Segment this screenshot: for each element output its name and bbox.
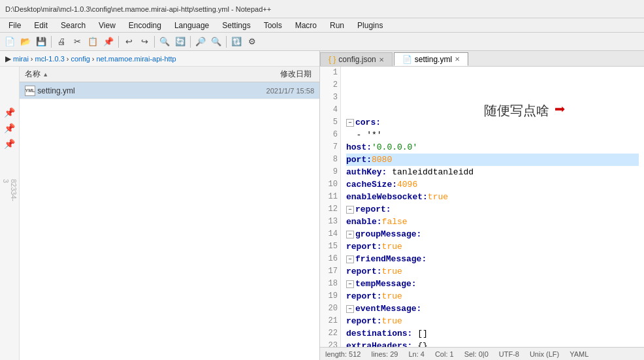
pin-1[interactable]: 📌 bbox=[3, 106, 16, 119]
code-line-11[interactable]: report: true bbox=[346, 240, 639, 253]
menu-item-run[interactable]: Run bbox=[324, 19, 350, 32]
menu-item-settings[interactable]: Settings bbox=[216, 19, 256, 32]
print-btn[interactable]: 🖨 bbox=[54, 35, 69, 49]
find-btn[interactable]: 🔍 bbox=[157, 35, 172, 49]
code-line-8[interactable]: −report: bbox=[346, 203, 639, 216]
editor-panel: { } config.json ✕ 📄 setting.yml ✕ 123456… bbox=[320, 51, 644, 360]
breadcrumb-api[interactable]: net.mamoe.mirai-api-http bbox=[96, 55, 176, 63]
breadcrumb-sep-1: › bbox=[31, 55, 33, 63]
code-line-9[interactable]: enable: false bbox=[346, 216, 639, 228]
menu-item-tools[interactable]: Tools bbox=[258, 19, 288, 32]
status-type: YAML bbox=[570, 350, 588, 358]
code-line-5[interactable]: authKey: tanleiddtanleidd bbox=[346, 166, 639, 178]
sort-arrow: ▲ bbox=[42, 71, 48, 78]
menu-item-encoding[interactable]: Encoding bbox=[123, 19, 167, 32]
col-name-header[interactable]: 名称 ▲ bbox=[22, 69, 232, 80]
toolbar-sep-1 bbox=[51, 36, 52, 48]
sync-btn[interactable]: 🔃 bbox=[229, 35, 244, 49]
collapse-btn[interactable]: − bbox=[346, 305, 354, 313]
line-num-11: 11 bbox=[323, 191, 338, 203]
line-num-18: 18 bbox=[323, 278, 338, 290]
collapse-btn[interactable]: − bbox=[346, 206, 354, 214]
toolbar-sep-4 bbox=[190, 36, 191, 48]
code-line-1[interactable]: −cors: bbox=[346, 116, 639, 129]
line-num-8: 8 bbox=[323, 154, 338, 166]
paste-btn[interactable]: 📌 bbox=[101, 35, 116, 49]
redo-btn[interactable]: ↪ bbox=[137, 35, 152, 49]
code-line-13[interactable]: report: true bbox=[346, 265, 639, 278]
save-btn[interactable]: 💾 bbox=[34, 35, 48, 49]
code-content[interactable]: 随便写点啥 ⬅ −cors: - '*' host: '0.0.0.0' por… bbox=[341, 67, 644, 347]
breadcrumb-config[interactable]: config bbox=[71, 55, 89, 63]
menu-item-plugins[interactable]: Plugins bbox=[351, 19, 389, 32]
menu-item-file[interactable]: File bbox=[3, 19, 27, 32]
copy-btn[interactable]: 📋 bbox=[86, 35, 100, 49]
status-bar: length: 512 lines: 29 Ln: 4 Col: 1 Sel: … bbox=[320, 347, 644, 360]
annotation: 随便写点啥 ⬅ bbox=[484, 105, 566, 117]
breadcrumb-sep-2: › bbox=[67, 55, 69, 63]
status-length: length: 512 bbox=[325, 350, 361, 358]
line-num-6: 6 bbox=[323, 129, 338, 141]
tab-setting-yml[interactable]: 📄 setting.yml ✕ bbox=[394, 52, 468, 66]
line-numbers: 1234567891011121314151617181920212223242… bbox=[320, 67, 341, 347]
menu-item-view[interactable]: View bbox=[93, 19, 121, 32]
code-line-16[interactable]: − eventMessage: bbox=[346, 303, 639, 315]
status-ln: Ln: 4 bbox=[408, 350, 424, 358]
menu-item-edit[interactable]: Edit bbox=[28, 19, 54, 32]
code-line-19[interactable]: extraHeaders: {} bbox=[346, 340, 639, 347]
tab-config-json[interactable]: { } config.json ✕ bbox=[320, 52, 393, 66]
undo-btn[interactable]: ↩ bbox=[121, 35, 136, 49]
status-encoding: UTF-8 bbox=[499, 350, 519, 358]
title-text: D:\Desktop\mirai\mcl-1.0.3\config\net.ma… bbox=[5, 5, 271, 13]
line-num-22: 22 bbox=[323, 327, 338, 340]
code-line-12[interactable]: − friendMessage: bbox=[346, 253, 639, 265]
code-line-2[interactable]: - '*' bbox=[346, 129, 639, 141]
pin-3[interactable]: 📌 bbox=[3, 137, 16, 150]
breadcrumb-mirai[interactable]: mirai bbox=[13, 55, 29, 63]
menu-item-language[interactable]: Language bbox=[169, 19, 215, 32]
pin-panel: 📌 📌 📌 82334-3 bbox=[0, 67, 20, 360]
status-col: Col: 1 bbox=[435, 350, 454, 358]
yml-file-icon: YML bbox=[25, 86, 35, 96]
menu-item-macro[interactable]: Macro bbox=[289, 19, 323, 32]
status-sel: Sel: 0|0 bbox=[464, 350, 489, 358]
new-btn[interactable]: 📄 bbox=[3, 35, 17, 49]
collapse-btn[interactable]: − bbox=[346, 119, 354, 127]
code-line-18[interactable]: destinations: [] bbox=[346, 327, 639, 340]
code-line-15[interactable]: report: true bbox=[346, 290, 639, 303]
collapse-btn[interactable]: − bbox=[346, 280, 354, 288]
code-line-6[interactable]: cacheSize: 4096 bbox=[346, 178, 639, 191]
toolbar-sep-2 bbox=[118, 36, 119, 48]
line-num-7: 7 bbox=[323, 141, 338, 154]
breadcrumb-mcl[interactable]: mcl-1.0.3 bbox=[35, 55, 65, 63]
line-num-12: 12 bbox=[323, 203, 338, 216]
line-num-21: 21 bbox=[323, 315, 338, 327]
code-line-17[interactable]: report: true bbox=[346, 315, 639, 327]
pin-2[interactable]: 📌 bbox=[3, 122, 16, 135]
open-btn[interactable]: 📂 bbox=[18, 35, 33, 49]
code-line-7[interactable]: enableWebsocket: true bbox=[346, 191, 639, 203]
code-line-10[interactable]: − groupMessage: bbox=[346, 228, 639, 240]
annotation-arrow: ⬅ bbox=[555, 105, 566, 117]
code-line-3[interactable]: host: '0.0.0.0' bbox=[346, 141, 639, 154]
collapse-btn[interactable]: − bbox=[346, 255, 354, 263]
breadcrumb-sep-3: › bbox=[92, 55, 95, 63]
replace-btn[interactable]: 🔄 bbox=[173, 35, 187, 49]
line-num-9: 9 bbox=[323, 166, 338, 178]
column-headers: 名称 ▲ 修改日期 bbox=[20, 67, 319, 82]
tab-setting-yml-close[interactable]: ✕ bbox=[455, 56, 460, 63]
line-num-5: 5 bbox=[323, 116, 338, 129]
line-num-17: 17 bbox=[323, 265, 338, 278]
zoom-in-btn[interactable]: 🔎 bbox=[193, 35, 208, 49]
zoom-out-btn[interactable]: 🔍 bbox=[209, 35, 223, 49]
code-line-4[interactable]: port: 8080 bbox=[346, 154, 639, 166]
cut-btn[interactable]: ✂ bbox=[70, 35, 84, 49]
code-line-14[interactable]: − tempMessage: bbox=[346, 278, 639, 290]
col-date-header[interactable]: 修改日期 bbox=[232, 69, 317, 80]
settings-btn[interactable]: ⚙ bbox=[245, 35, 259, 49]
collapse-btn[interactable]: − bbox=[346, 231, 354, 238]
file-item-setting-yml[interactable]: YML setting.yml 2021/1/7 15:58 bbox=[20, 82, 319, 99]
tab-config-json-close[interactable]: ✕ bbox=[379, 56, 384, 63]
status-eol: Unix (LF) bbox=[530, 350, 559, 358]
menu-item-search[interactable]: Search bbox=[55, 19, 91, 32]
